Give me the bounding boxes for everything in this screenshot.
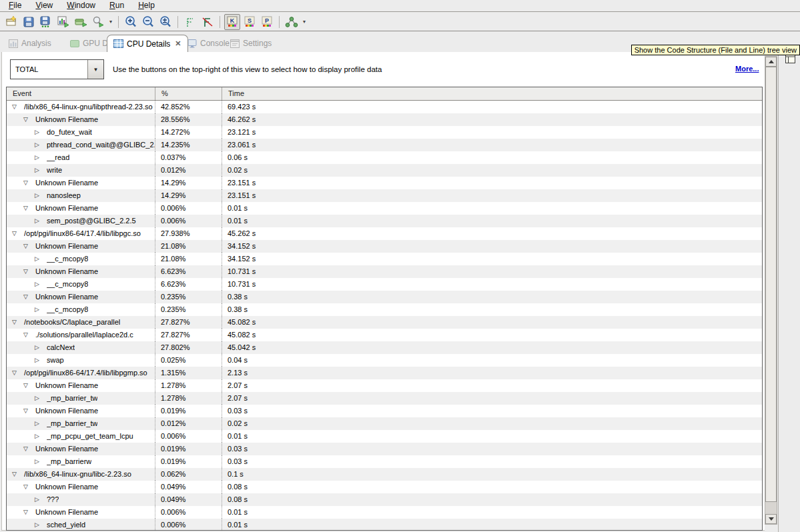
table-row[interactable]: ▽Unknown Filename 0.019% 0.03 s bbox=[7, 405, 762, 417]
search-profile-icon[interactable] bbox=[90, 14, 106, 30]
table-row[interactable]: ▽Unknown Filename 28.556% 46.262 s bbox=[7, 113, 762, 126]
menu-view[interactable]: View bbox=[29, 0, 59, 11]
tree-toggle-icon[interactable]: ▽ bbox=[12, 316, 21, 329]
save-all-icon[interactable] bbox=[38, 14, 54, 30]
scroll-down-button[interactable] bbox=[765, 514, 777, 524]
table-row[interactable]: ▽/notebooks/C/laplace_parallel 27.827% 4… bbox=[7, 316, 762, 329]
tree-toggle-icon[interactable]: ▷ bbox=[35, 430, 43, 443]
tree-toggle-icon[interactable]: ▽ bbox=[23, 329, 32, 341]
tab-analysis[interactable]: Analysis bbox=[3, 35, 57, 52]
close-icon[interactable]: ✕ bbox=[175, 39, 181, 48]
menu-file[interactable]: File bbox=[3, 0, 27, 11]
table-row[interactable]: ▽Unknown Filename 21.08% 34.152 s bbox=[7, 240, 762, 253]
chevron-down-icon[interactable]: ▼ bbox=[87, 60, 103, 79]
tree-toggle-icon[interactable]: ▷ bbox=[35, 341, 43, 354]
kernel-timeline-button[interactable]: K bbox=[224, 14, 240, 30]
table-row[interactable]: ▷_mp_barrier_tw 0.012% 0.02 s bbox=[7, 417, 762, 430]
table-row[interactable]: ▽Unknown Filename 0.019% 0.03 s bbox=[7, 443, 762, 455]
table-row[interactable]: ▷??? 0.049% 0.08 s bbox=[7, 493, 762, 506]
tree-toggle-icon[interactable]: ▷ bbox=[35, 417, 43, 430]
vertical-scrollbar[interactable] bbox=[765, 56, 777, 525]
zoom-reset-icon[interactable] bbox=[157, 14, 173, 30]
tree-toggle-icon[interactable]: ▽ bbox=[12, 367, 21, 379]
table-row[interactable]: ▷_mp_barrierw 0.019% 0.03 s bbox=[7, 455, 762, 468]
tree-toggle-icon[interactable]: ▷ bbox=[35, 253, 43, 265]
tree-toggle-icon[interactable]: ▽ bbox=[23, 240, 32, 253]
tree-toggle-icon[interactable]: ▷ bbox=[35, 303, 43, 316]
table-row[interactable]: ▽/opt/pgi/linux86-64/17.4/lib/libpgmp.so… bbox=[7, 367, 762, 379]
table-row[interactable]: ▷calcNext 27.802% 45.042 s bbox=[7, 341, 762, 354]
menu-window[interactable]: Window bbox=[61, 0, 101, 11]
table-row[interactable]: ▽Unknown Filename 0.235% 0.38 s bbox=[7, 291, 762, 303]
table-row[interactable]: ▽/lib/x86_64-linux-gnu/libpthread-2.23.s… bbox=[7, 101, 762, 113]
tree-toggle-icon[interactable]: ▷ bbox=[35, 493, 43, 506]
table-row[interactable]: ▷__c_mcopy8 0.235% 0.38 s bbox=[7, 303, 762, 316]
table-row[interactable]: ▽Unknown Filename 14.29% 23.151 s bbox=[7, 177, 762, 189]
import-profile-icon[interactable] bbox=[73, 14, 89, 30]
column-header-event[interactable]: Event bbox=[7, 87, 155, 100]
tree-toggle-icon[interactable]: ▷ bbox=[35, 519, 43, 531]
tree-toggle-icon[interactable]: ▽ bbox=[23, 177, 32, 189]
profile-dropdown-icon[interactable]: ▾ bbox=[107, 14, 114, 30]
tree-toggle-icon[interactable]: ▽ bbox=[12, 227, 21, 240]
column-header-time[interactable]: Time bbox=[222, 87, 762, 100]
unmark-region-icon[interactable] bbox=[199, 14, 216, 30]
table-row[interactable]: ▷write 0.012% 0.02 s bbox=[7, 164, 762, 177]
table-row[interactable]: ▽Unknown Filename 6.623% 10.731 s bbox=[7, 265, 762, 278]
table-row[interactable]: ▷swap 0.025% 0.04 s bbox=[7, 354, 762, 367]
table-row[interactable]: ▽/lib/x86_64-linux-gnu/libc-2.23.so 0.06… bbox=[7, 468, 762, 481]
tree-toggle-icon[interactable]: ▽ bbox=[12, 101, 21, 113]
table-row[interactable]: ▷_mp_barrier_tw 1.278% 2.07 s bbox=[7, 392, 762, 405]
profile-scope-combobox[interactable]: TOTAL ▼ bbox=[10, 59, 104, 79]
table-row[interactable]: ▷sched_yield 0.006% 0.01 s bbox=[7, 519, 762, 531]
table-row[interactable]: ▷__c_mcopy8 6.623% 10.731 s bbox=[7, 278, 762, 291]
menu-run[interactable]: Run bbox=[103, 0, 130, 11]
tree-toggle-icon[interactable]: ▽ bbox=[23, 113, 32, 126]
tab-cpu-details[interactable]: CPU Details ✕ bbox=[107, 35, 188, 52]
new-console-icon[interactable] bbox=[3, 14, 19, 30]
mark-region-icon[interactable] bbox=[182, 14, 198, 30]
save-icon[interactable] bbox=[21, 14, 37, 30]
table-row[interactable]: ▽Unknown Filename 1.278% 2.07 s bbox=[7, 379, 762, 392]
tree-toggle-icon[interactable]: ▷ bbox=[35, 126, 43, 139]
tree-toggle-icon[interactable]: ▷ bbox=[35, 139, 43, 151]
tree-toggle-icon[interactable]: ▷ bbox=[35, 278, 43, 291]
profile-application-icon[interactable] bbox=[55, 14, 71, 30]
tree-toggle-icon[interactable]: ▷ bbox=[35, 164, 43, 177]
scroll-up-button[interactable] bbox=[765, 57, 777, 67]
table-row[interactable]: ▽/opt/pgi/linux86-64/17.4/lib/libpgc.so … bbox=[7, 227, 762, 240]
tree-toggle-icon[interactable]: ▷ bbox=[35, 392, 43, 405]
tree-toggle-icon[interactable]: ▽ bbox=[23, 481, 32, 493]
table-row[interactable]: ▷sem_post@@GLIBC_2.2.5 0.006% 0.01 s bbox=[7, 215, 762, 227]
tree-toggle-icon[interactable]: ▽ bbox=[23, 405, 32, 417]
table-row[interactable]: ▷do_futex_wait 14.272% 23.121 s bbox=[7, 126, 762, 139]
tab-settings[interactable]: Settings bbox=[224, 35, 278, 52]
call-graph-icon[interactable] bbox=[284, 14, 300, 30]
table-row[interactable]: ▽Unknown Filename 0.049% 0.08 s bbox=[7, 481, 762, 493]
table-row[interactable]: ▽./solutions/parallel/laplace2d.c 27.827… bbox=[7, 329, 762, 341]
tree-toggle-icon[interactable]: ▽ bbox=[23, 202, 32, 215]
tree-toggle-icon[interactable]: ▽ bbox=[23, 265, 32, 278]
more-link[interactable]: More... bbox=[735, 65, 759, 73]
tree-toggle-icon[interactable]: ▷ bbox=[35, 215, 43, 227]
table-row[interactable]: ▷__c_mcopy8 21.08% 34.152 s bbox=[7, 253, 762, 265]
scrollbar-thumb[interactable] bbox=[765, 67, 777, 502]
tree-toggle-icon[interactable]: ▷ bbox=[35, 151, 43, 164]
profile-view-button[interactable]: P bbox=[259, 14, 275, 30]
restore-view-icon[interactable] bbox=[785, 55, 795, 65]
table-row[interactable]: ▷pthread_cond_wait@@GLIBC_2.3 14.235% 23… bbox=[7, 139, 762, 151]
tree-toggle-icon[interactable]: ▷ bbox=[35, 354, 43, 367]
zoom-in-icon[interactable] bbox=[123, 14, 139, 30]
table-row[interactable]: ▽Unknown Filename 0.006% 0.01 s bbox=[7, 202, 762, 215]
zoom-out-icon[interactable] bbox=[140, 14, 156, 30]
column-header-percent[interactable]: % bbox=[155, 87, 222, 100]
tree-toggle-icon[interactable]: ▽ bbox=[23, 291, 32, 303]
tree-toggle-icon[interactable]: ▽ bbox=[12, 468, 21, 481]
summary-view-button[interactable]: S bbox=[242, 14, 258, 30]
tree-toggle-icon[interactable]: ▷ bbox=[35, 455, 43, 468]
call-graph-dropdown-icon[interactable]: ▾ bbox=[301, 14, 308, 30]
table-row[interactable]: ▷_mp_pcpu_get_team_lcpu 0.006% 0.01 s bbox=[7, 430, 762, 443]
tree-toggle-icon[interactable]: ▽ bbox=[23, 443, 32, 455]
menu-help[interactable]: Help bbox=[132, 0, 161, 11]
tree-toggle-icon[interactable]: ▽ bbox=[23, 506, 32, 519]
